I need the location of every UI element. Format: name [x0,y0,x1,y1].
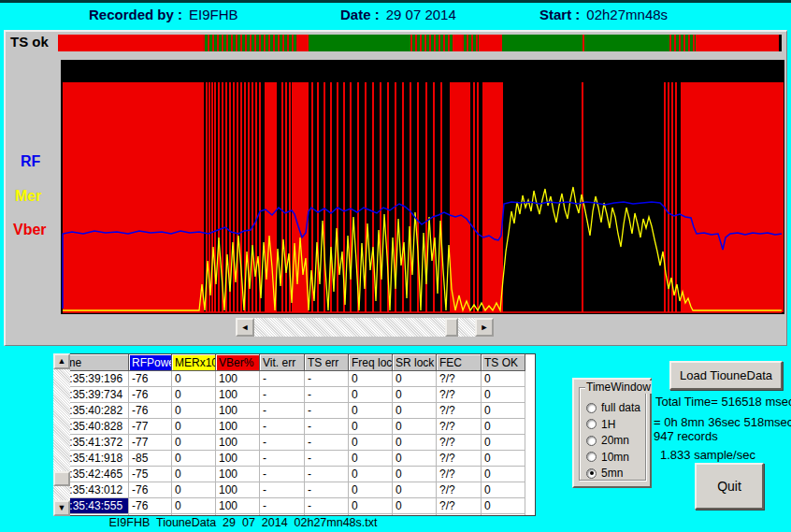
radio-option-1H[interactable]: 1H [586,418,615,431]
table-cell[interactable]: - [305,498,349,514]
table-cell[interactable]: ?/? [437,387,482,403]
table-cell[interactable]: - [260,482,305,498]
table-vertical-scrollbar[interactable]: ▲ ▼ [53,353,70,516]
table-cell[interactable]: 0 [482,387,525,403]
table-cell[interactable]: ?/? [437,419,482,435]
table-cell[interactable]: - [305,451,349,467]
table-row[interactable]: 02:35:39:734-760100--00?/?0 [54,387,535,403]
table-cell[interactable]: 0 [349,435,393,451]
table-cell[interactable]: - [305,435,349,451]
radio-option-5mn[interactable]: 5mn [586,467,623,480]
table-cell[interactable]: 0 [393,498,437,514]
table-row[interactable]: 02:35:41:372-770100--00?/?0 [54,435,535,451]
table-cell[interactable]: - [260,419,305,435]
table-cell[interactable]: ?/? [437,451,482,467]
table-cell[interactable]: 100 [216,419,260,435]
table-cell[interactable]: 0 [482,467,525,482]
radio-button-icon[interactable] [586,403,597,413]
table-cell[interactable]: -76 [129,371,172,387]
table-cell[interactable]: - [260,403,305,419]
table-cell[interactable]: 100 [216,403,260,419]
table-cell[interactable]: - [260,387,305,403]
table-cell[interactable]: 0 [349,451,393,467]
table-cell[interactable]: ?/? [437,498,482,514]
table-cell[interactable]: - [260,371,305,387]
table-cell[interactable]: 0 [393,482,437,498]
table-cell[interactable]: 0 [172,387,216,403]
table-cell[interactable]: 100 [216,387,260,403]
table-cell[interactable]: 0 [349,403,393,419]
table-cell[interactable]: 0 [393,371,437,387]
table-cell[interactable]: - [305,387,349,403]
table-cell[interactable]: 0 [482,435,525,451]
table-cell[interactable]: 0 [172,403,216,419]
table-cell[interactable]: ?/? [437,371,482,387]
table-cell[interactable]: - [305,482,349,498]
table-cell[interactable]: ?/? [437,467,482,482]
table-cell[interactable]: ?/? [437,403,482,419]
table-cell[interactable]: -76 [129,387,172,403]
scroll-down-arrow-icon[interactable]: ▼ [53,500,70,516]
table-row[interactable]: 02:35:43:012-760100--00?/?0 [54,482,535,498]
table-cell[interactable]: 0 [172,371,216,387]
radio-option-10mn[interactable]: 10mn [586,451,629,464]
vscroll-thumb[interactable] [53,471,70,486]
table-cell[interactable]: 100 [216,435,260,451]
table-cell[interactable]: - [305,403,349,419]
table-cell[interactable]: 0 [482,403,525,419]
table-cell[interactable]: 100 [216,467,260,482]
table-cell[interactable]: 0 [482,451,525,467]
hscroll-thumb[interactable] [445,318,458,337]
table-row[interactable]: 02:35:40:282-760100--00?/?0 [54,403,535,419]
table-cell[interactable]: - [260,498,305,514]
table-cell[interactable]: -75 [129,467,172,482]
scroll-left-arrow-icon[interactable]: ◄ [236,318,254,337]
table-cell[interactable]: 100 [216,498,260,514]
table-cell[interactable]: 0 [172,482,216,498]
table-cell[interactable]: 0 [172,467,216,482]
table-cell[interactable]: 0 [393,435,437,451]
table-cell[interactable]: 0 [349,467,393,482]
table-cell[interactable]: -85 [129,451,172,467]
table-cell[interactable]: 0 [349,498,393,514]
table-cell[interactable]: 0 [349,419,393,435]
radio-button-icon[interactable] [586,436,597,446]
table-cell[interactable]: - [305,371,349,387]
table-cell[interactable]: - [305,419,349,435]
table-cell[interactable]: 0 [482,498,525,514]
table-row[interactable]: 02:35:41:918-850100--00?/?0 [54,451,535,467]
table-cell[interactable] [482,514,525,516]
table-cell[interactable]: 0 [393,419,437,435]
scroll-right-arrow-icon[interactable]: ► [475,318,494,337]
table-cell[interactable]: 100 [216,451,260,467]
table-cell[interactable]: 0 [172,419,216,435]
table-cell[interactable]: 0 [393,467,437,482]
table-cell[interactable]: -76 [129,482,172,498]
table-row[interactable]: 02:35:42:465-750100--00?/?0 [54,467,535,482]
records-table-data[interactable]: TimeRFPowerMERx10VBer%Vit. errTS errFreq… [53,353,536,516]
table-cell[interactable]: 0 [393,387,437,403]
scroll-up-arrow-icon[interactable]: ▲ [53,353,70,369]
radio-button-icon[interactable] [586,468,597,479]
table-cell[interactable]: 0 [172,435,216,451]
table-cell[interactable]: 0 [172,451,216,467]
table-cell[interactable]: - [305,467,349,482]
table-cell[interactable]: - [260,467,305,482]
table-row[interactable]: 02:35:39:196-760100--00?/?0 [54,371,535,387]
table-cell[interactable]: 100 [216,482,260,498]
table-cell[interactable]: - [260,435,305,451]
radio-option-20mn[interactable]: 20mn [586,434,629,447]
table-cell[interactable]: 0 [349,387,393,403]
radio-button-icon[interactable] [586,419,597,429]
table-cell[interactable]: -77 [129,435,172,451]
quit-button[interactable]: Quit [695,463,764,510]
table-cell[interactable]: 0 [172,498,216,514]
table-cell[interactable]: 0 [482,482,525,498]
vscroll-track[interactable] [53,369,70,500]
table-row[interactable]: 02:35:40:828-770100--00?/?0 [54,419,535,435]
chart-horizontal-scrollbar[interactable]: ◄ ► [236,318,494,337]
table-cell[interactable]: 0 [393,403,437,419]
hscroll-track[interactable] [254,318,475,337]
radio-button-icon[interactable] [586,452,597,462]
radio-option-full-data[interactable]: full data [586,401,640,414]
